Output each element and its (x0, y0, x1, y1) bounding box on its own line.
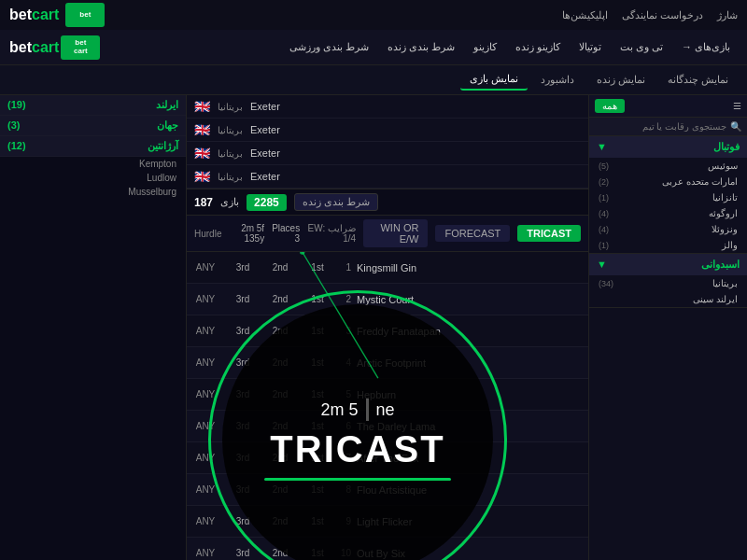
third-cell[interactable]: 3rd (224, 324, 261, 338)
any-cell[interactable]: ANY (187, 292, 224, 306)
first-cell[interactable]: 1st (299, 387, 336, 401)
any-cell[interactable]: ANY (187, 451, 224, 465)
logo-box: bet (65, 3, 105, 27)
ri-section-title-ireland[interactable]: ایرلند (19) (0, 95, 186, 115)
second-cell[interactable]: 2nd (261, 324, 299, 338)
forecast-tab-button[interactable]: FORECAST (435, 225, 510, 242)
venue-musselburg[interactable]: Musselburg (0, 185, 186, 199)
second-cell[interactable]: 2nd (261, 419, 299, 433)
search-input[interactable] (595, 121, 726, 132)
any-cell[interactable]: ANY (187, 324, 224, 338)
sidebar-item-tanzania[interactable]: تانزانیا (1) (589, 189, 747, 205)
first-cell[interactable]: 1st (299, 419, 336, 433)
nav-casino[interactable]: کازینو (466, 37, 504, 57)
race-country-4: بریتانیا (218, 172, 243, 182)
section-racing-label: اسبدوانی (701, 259, 740, 271)
win-ew-tab-button[interactable]: WIN OR E/W (363, 219, 428, 247)
live-bet-button[interactable]: شرط بندی زنده (294, 193, 378, 211)
nav-bet-live[interactable]: شرط بندی زنده (380, 37, 462, 57)
top-app[interactable]: اپلیکیشن‌ها (562, 9, 608, 21)
ri-section-title-argentina[interactable]: آرژانتین (12) (0, 136, 186, 156)
table-row: ANY 3rd 2nd 1st Light Flicker 9 (187, 506, 588, 538)
sidebar-item-venezuela[interactable]: ونزوئلا (4) (589, 221, 747, 237)
tricast-tab-button[interactable]: TRICAST (517, 225, 581, 242)
second-cell[interactable]: 2nd (261, 356, 299, 370)
third-cell[interactable]: 3rd (224, 260, 261, 274)
first-cell[interactable]: 1st (299, 514, 336, 528)
section-title-racing[interactable]: اسبدوانی ▼ (589, 254, 747, 275)
third-cell[interactable]: 3rd (224, 387, 261, 401)
any-cell[interactable]: ANY (187, 483, 224, 497)
subnav-live[interactable]: نمایش زنده (587, 70, 655, 90)
item-count: (4) (599, 209, 609, 218)
first-cell[interactable]: 1st (299, 546, 336, 560)
item-label: تانزانیا (712, 192, 738, 203)
third-cell[interactable]: 3rd (224, 419, 261, 433)
sidebar-item-uae[interactable]: امارات متحده عربی (2) (589, 174, 747, 189)
any-cell[interactable]: ANY (187, 546, 224, 560)
section-title-football[interactable]: فوتبال ▼ (589, 136, 747, 158)
second-cell[interactable]: 2nd (261, 387, 299, 401)
top-charge[interactable]: شارژ (717, 9, 738, 21)
sidebar-item-britain[interactable]: بریتانیا (34) (589, 275, 747, 291)
sidebar-item-wales[interactable]: والز (1) (589, 237, 747, 253)
table-row: ANY 3rd 2nd 1st Flou Artsistique 8 (187, 474, 588, 506)
venue-kempton[interactable]: Kempton (0, 157, 186, 171)
ri-section-world: جهان (3) (0, 116, 186, 136)
sidebar-item-uruguay[interactable]: اروگوئه (4) (589, 205, 747, 221)
first-cell[interactable]: 1st (299, 483, 336, 497)
horse-name-3: Freddy Fanatapan 3 (336, 326, 588, 337)
sidebar-item-ireland-sini[interactable]: ایرلند سینی (589, 291, 747, 307)
third-cell[interactable]: 3rd (224, 356, 261, 370)
second-cell[interactable]: 2nd (261, 260, 299, 274)
third-cell[interactable]: 3rd (224, 514, 261, 528)
nav-totiala[interactable]: توتیالا (571, 37, 609, 57)
nav-casino-live[interactable]: کازینو زنده (508, 37, 568, 57)
venue-ludlow[interactable]: Ludlow (0, 171, 186, 185)
table-row: ANY 3rd 2nd 1st The Darley Lama 6 (187, 411, 588, 442)
sidebar-search-box[interactable]: 🔍 (589, 118, 747, 136)
second-cell[interactable]: 2nd (261, 514, 299, 528)
any-cell[interactable]: ANY (187, 419, 224, 433)
second-cell[interactable]: 2nd (261, 483, 299, 497)
second-cell[interactable]: 2nd (261, 546, 299, 560)
first-cell[interactable]: 1st (299, 451, 336, 465)
subnav-dashboard[interactable]: داشبورد (531, 70, 584, 90)
bet-count: 2285 (247, 194, 287, 211)
type-label: Hurdle (194, 229, 221, 239)
first-cell[interactable]: 1st (299, 356, 336, 370)
sidebar-all-tab[interactable]: همه (595, 99, 625, 113)
second-cell[interactable]: 2nd (261, 292, 299, 306)
any-cell[interactable]: ANY (187, 356, 224, 370)
any-cell[interactable]: ANY (187, 514, 224, 528)
top-agency[interactable]: درخواست نمایندگی (622, 9, 703, 21)
sidebar-item-swiss[interactable]: سوئیس (5) (589, 158, 747, 174)
nav-logo-box: betcart (61, 35, 100, 60)
first-cell[interactable]: 1st (299, 292, 336, 306)
nav-games[interactable]: بازی‌های → (674, 37, 738, 57)
third-cell[interactable]: 3rd (224, 483, 261, 497)
table-row: ANY 3rd 2nd 1st Freddy Fanatapan 3 (187, 315, 588, 347)
ri-section-title-world[interactable]: جهان (3) (0, 116, 186, 135)
any-cell[interactable]: ANY (187, 387, 224, 401)
third-cell[interactable]: 3rd (224, 546, 261, 560)
item-label: والز (722, 240, 738, 250)
item-count: (1) (599, 193, 609, 203)
third-cell[interactable]: 3rd (224, 451, 261, 465)
section-count: (12) (7, 140, 26, 152)
subnav-multi[interactable]: نمایش چندگانه (658, 70, 738, 90)
first-cell[interactable]: 1st (299, 324, 336, 338)
nav-tvbet[interactable]: تی وی بت (613, 37, 670, 57)
nav-items: بازی‌های → تی وی بت توتیالا کازینو زنده … (282, 37, 739, 57)
subnav-game[interactable]: نمایش بازی (460, 69, 528, 91)
nav-sport[interactable]: شرط بندی ورزشی (282, 37, 376, 57)
filter-icon: ☰ (733, 101, 741, 111)
third-cell[interactable]: 3rd (224, 292, 261, 306)
first-cell[interactable]: 1st (299, 260, 336, 274)
section-football-label: فوتبال (713, 141, 740, 153)
race-country-3: بریتانیا (218, 148, 243, 159)
any-cell[interactable]: ANY (187, 260, 224, 274)
top-bar: شارژ درخواست نمایندگی اپلیکیشن‌ها bet be… (0, 0, 747, 30)
second-cell[interactable]: 2nd (261, 451, 299, 465)
bet-label: بازی (220, 196, 239, 208)
